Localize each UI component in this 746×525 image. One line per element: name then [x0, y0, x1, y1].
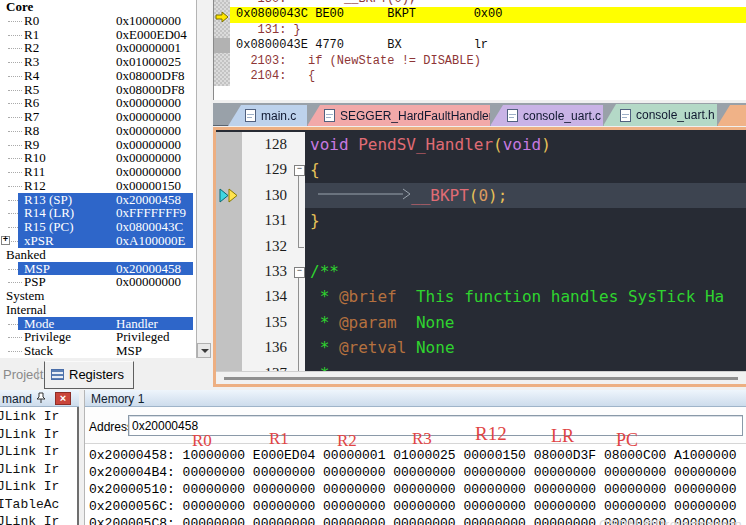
register-row-r7[interactable]: R70x00000000 — [0, 110, 196, 124]
register-row-r0[interactable]: R00x10000000 — [0, 14, 196, 28]
memory-row[interactable]: 0x20000458: 10000000 E000ED04 00000001 0… — [89, 447, 746, 464]
code-line[interactable]: * @retval None — [305, 335, 746, 360]
expander-plus-icon[interactable]: + — [1, 236, 10, 245]
code-line[interactable]: __BKPT(0); — [305, 183, 746, 208]
disasm-line[interactable]: 0x0800043E 4770 BX lr — [230, 38, 746, 53]
register-row-r11[interactable]: R110x00000000 — [0, 165, 196, 179]
register-name: Core — [6, 0, 33, 14]
disasm-line[interactable]: 2104: { — [230, 69, 746, 84]
fold-column — [294, 183, 305, 208]
line-number: 136 — [242, 335, 294, 360]
register-row-mode[interactable]: ModeHandler — [0, 317, 196, 331]
disasm-line[interactable]: 2103: if (NewState != DISABLE) — [230, 54, 746, 69]
code-line[interactable]: void PendSV_Handler(void) — [305, 132, 746, 157]
disassembly-window: 130: __BKPT(0);0x0800043C BE00 BKPT 0x00… — [213, 0, 746, 100]
close-icon[interactable]: × — [55, 392, 71, 405]
editor-tab-main-c[interactable]: main.c — [228, 105, 307, 126]
register-row-banked[interactable]: Banked — [0, 248, 196, 262]
code-lines: 128void PendSV_Handler(void)129{130__BKP… — [216, 130, 746, 371]
fold-column[interactable] — [294, 259, 305, 284]
register-row-r15-pc-[interactable]: R15 (PC)0x0800043C — [0, 220, 196, 234]
breakpoint-margin[interactable] — [216, 132, 242, 157]
fold-column[interactable] — [294, 157, 305, 182]
editor-tab-segger-hardfaulthandler-c[interactable]: SEGGER_HardFaultHandler.c — [307, 105, 490, 126]
scrollbar-thumb[interactable] — [224, 377, 738, 380]
register-name: R3 — [24, 55, 39, 69]
memory-body: Address: 0x20000458: 10000000 E000ED04 0… — [85, 407, 746, 525]
tab-registers[interactable]: Registers — [44, 361, 134, 389]
register-row-r14-lr-[interactable]: R14 (LR)0xFFFFFFF9 — [0, 206, 196, 220]
register-row-internal[interactable]: Internal — [0, 303, 196, 317]
register-row-system[interactable]: System — [0, 289, 196, 303]
disasm-line[interactable]: 0x0800043C BE00 BKPT 0x00 — [230, 7, 746, 22]
register-row-xpsr[interactable]: +xPSR0xA100000E — [0, 234, 196, 248]
disassembly-gutter[interactable] — [214, 0, 230, 86]
register-row-r2[interactable]: R20x00000001 — [0, 41, 196, 55]
register-row-r12[interactable]: R120x00000150 — [0, 179, 196, 193]
register-name: Privilege — [24, 330, 71, 344]
register-row-r1[interactable]: R10xE000ED04 — [0, 28, 196, 42]
register-row-r9[interactable]: R90x00000000 — [0, 138, 196, 152]
register-name: Mode — [24, 317, 54, 331]
register-name: R6 — [24, 96, 39, 110]
memory-titlebar: Memory 1 — [85, 390, 746, 407]
document-icon — [245, 109, 256, 122]
editor-tab-console-uart-h[interactable]: console_uart.h — [603, 104, 717, 126]
breakpoint-margin[interactable] — [216, 361, 242, 371]
breakpoint-margin[interactable] — [216, 310, 242, 335]
register-row-r10[interactable]: R100x00000000 — [0, 151, 196, 165]
breakpoint-margin[interactable] — [216, 335, 242, 360]
breakpoint-margin[interactable] — [216, 157, 242, 182]
register-row-msp[interactable]: MSP0x20000458 — [0, 262, 196, 276]
command-titlebar: mand × — [0, 390, 79, 407]
debugger-window: CoreR00x10000000R10xE000ED04R20x00000001… — [0, 0, 746, 525]
scrollbar-down-button[interactable] — [197, 343, 211, 358]
tab-separator: | — [36, 365, 39, 380]
register-name: R0 — [24, 14, 39, 28]
register-value: 0x00000150 — [116, 179, 181, 193]
register-row-core[interactable]: Core — [0, 0, 196, 14]
breakpoint-margin[interactable] — [216, 259, 242, 284]
register-row-r13-sp-[interactable]: R13 (SP)0x20000458 — [0, 193, 196, 207]
code-line[interactable]: /** — [305, 259, 746, 284]
breakpoint-margin[interactable] — [216, 284, 242, 309]
editor-tab-console-uart-c[interactable]: console_uart.c — [490, 105, 603, 126]
register-row-stack[interactable]: StackMSP — [0, 344, 196, 358]
code-line-row: 130__BKPT(0); — [216, 183, 746, 208]
register-row-privilege[interactable]: PrivilegePrivileged — [0, 330, 196, 344]
breakpoint-margin[interactable] — [216, 234, 242, 259]
code-line[interactable]: * @brief This function handles SysTick H… — [305, 284, 746, 309]
register-name: R14 (LR) — [24, 206, 74, 220]
register-row-r8[interactable]: R80x00000000 — [0, 124, 196, 138]
register-value: 0xFFFFFFF9 — [116, 206, 186, 220]
disasm-line[interactable]: 130: __BKPT(0); — [230, 0, 746, 7]
code-line[interactable] — [305, 234, 746, 259]
registers-panel: CoreR00x10000000R10xE000ED04R20x00000001… — [0, 0, 196, 358]
pin-icon[interactable] — [36, 392, 46, 407]
code-line[interactable]: * @param None — [305, 310, 746, 335]
register-row-r4[interactable]: R40x08000DF8 — [0, 69, 196, 83]
memory-toolbar: Address: — [85, 407, 746, 444]
register-row-r3[interactable]: R30x01000025 — [0, 55, 196, 69]
line-number: 131 — [242, 208, 294, 233]
register-row-psp[interactable]: PSP0x00000000 — [0, 275, 196, 289]
code-line[interactable]: } — [305, 208, 746, 233]
disasm-line[interactable]: 131: } — [230, 23, 746, 38]
memory-row[interactable]: 0x2000056C: 00000000 00000000 00000000 0… — [89, 498, 746, 515]
code-line[interactable]: { — [305, 157, 746, 182]
register-name: R2 — [24, 41, 39, 55]
breakpoint-margin[interactable] — [216, 183, 242, 208]
register-value: 0x00000000 — [116, 138, 181, 152]
register-row-r6[interactable]: R60x00000000 — [0, 96, 196, 110]
editor-horizontal-scrollbar[interactable] — [216, 371, 746, 384]
register-value: 0x00000000 — [116, 275, 181, 289]
code-line[interactable]: * — [305, 361, 746, 371]
memory-row[interactable]: 0x20000510: 00000000 00000000 00000000 0… — [89, 481, 746, 498]
register-row-r5[interactable]: R50x08000DF8 — [0, 83, 196, 97]
address-input[interactable] — [128, 415, 743, 436]
breakpoint-margin[interactable] — [216, 208, 242, 233]
disassembly-line-marker — [214, 38, 230, 53]
registers-scrollbar[interactable] — [196, 0, 211, 358]
code-line-row: 135 * @param None — [216, 310, 746, 335]
memory-row[interactable]: 0x200004B4: 00000000 00000000 00000000 0… — [89, 464, 746, 481]
